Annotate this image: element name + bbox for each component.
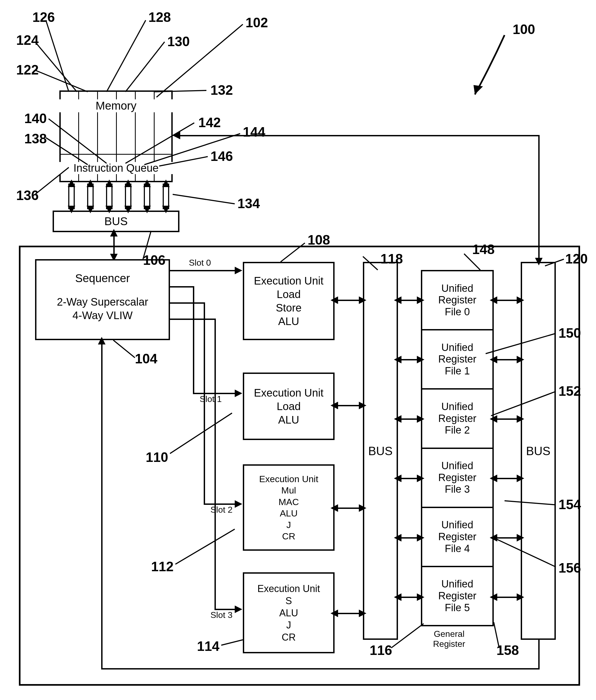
svg-line-13 — [46, 20, 69, 92]
reg-file-0: UnifiedRegisterFile 0 — [422, 271, 492, 329]
slot1-label: Slot 1 — [200, 394, 222, 404]
bus-mid: BUS — [363, 262, 398, 640]
reg-file-3: UnifiedRegisterFile 3 — [422, 448, 492, 507]
ref-152: 152 — [559, 383, 581, 399]
reg-file-2: UnifiedRegisterFile 2 — [422, 388, 492, 447]
ref-100: 100 — [513, 22, 535, 37]
ref-138: 138 — [24, 131, 47, 147]
exec2-l5: CR — [282, 530, 295, 542]
sequencer-line1: 2-Way Superscalar — [57, 295, 148, 308]
ref-102: 102 — [245, 15, 268, 30]
ref-116: 116 — [370, 643, 392, 658]
slot3-label: Slot 3 — [210, 610, 233, 620]
bus-top-label: BUS — [104, 214, 128, 229]
slot2-label: Slot 2 — [210, 505, 233, 515]
ref-110: 110 — [146, 449, 168, 465]
svg-line-15 — [35, 70, 88, 92]
instruction-queue-label: Instruction Queue — [59, 162, 173, 174]
svg-line-14 — [35, 42, 77, 92]
exec2-l4: J — [287, 519, 291, 531]
ref-106: 106 — [143, 252, 165, 268]
exec2-l2: MAC — [279, 496, 299, 508]
exec3-l3: J — [286, 619, 291, 631]
exec0-l3: ALU — [278, 315, 299, 328]
slot0-label: Slot 0 — [189, 258, 211, 268]
exec1-l1: Load — [277, 400, 301, 413]
ref-146: 146 — [210, 148, 233, 164]
ref-158: 158 — [496, 643, 519, 658]
exec-unit-0: Execution Unit Load Store ALU — [243, 262, 335, 340]
exec0-l1: Load — [277, 288, 301, 301]
ref-140: 140 — [24, 111, 47, 126]
ref-134: 134 — [237, 196, 260, 211]
exec2-l1: Mul — [281, 484, 296, 496]
ref-126: 126 — [32, 9, 55, 25]
ref-120: 120 — [565, 251, 588, 267]
bus-mid-label: BUS — [368, 444, 393, 458]
ref-124: 124 — [16, 32, 38, 48]
exec2-l3: ALU — [280, 507, 297, 519]
ref-132: 132 — [210, 82, 233, 98]
bus-right-label: BUS — [526, 444, 550, 458]
exec3-l2: ALU — [279, 607, 298, 619]
svg-line-17 — [126, 42, 164, 92]
ref-118: 118 — [381, 251, 403, 267]
sequencer: Sequencer 2-Way Superscalar 4-Way VLIW — [35, 259, 170, 340]
reg-file-5: UnifiedRegisterFile 5 — [422, 566, 492, 625]
general-register-label: General Register — [433, 629, 465, 649]
memory-title: Memory — [59, 99, 173, 112]
ref-122: 122 — [16, 62, 38, 78]
svg-marker-0 — [473, 85, 483, 95]
ref-156: 156 — [559, 560, 581, 576]
bus-right: BUS — [521, 262, 556, 640]
register-stack: UnifiedRegisterFile 0 UnifiedRegisterFil… — [421, 270, 494, 626]
svg-line-26 — [173, 194, 235, 204]
ref-104: 104 — [135, 351, 157, 367]
ref-150: 150 — [559, 325, 581, 341]
ref-128: 128 — [148, 9, 171, 25]
svg-line-16 — [107, 20, 146, 92]
ref-114: 114 — [197, 639, 219, 654]
ref-130: 130 — [167, 34, 190, 49]
exec3-l4: CR — [282, 631, 296, 643]
ref-148: 148 — [472, 242, 495, 257]
reg-file-4: UnifiedRegisterFile 4 — [422, 507, 492, 566]
exec-unit-2: Execution Unit Mul MAC ALU J CR — [243, 464, 335, 551]
sequencer-line2: 4-Way VLIW — [73, 308, 133, 322]
exec0-l2: Store — [276, 301, 302, 315]
ref-154: 154 — [559, 497, 581, 512]
ref-142: 142 — [198, 115, 221, 130]
exec2-title: Execution Unit — [259, 473, 318, 485]
reg-file-1: UnifiedRegisterFile 1 — [422, 329, 492, 388]
ref-144: 144 — [243, 124, 265, 140]
exec1-l2: ALU — [278, 413, 299, 427]
sequencer-title: Sequencer — [75, 271, 130, 285]
ref-112: 112 — [151, 559, 174, 574]
exec1-title: Execution Unit — [254, 386, 323, 400]
exec3-l1: S — [285, 595, 292, 607]
exec3-title: Execution Unit — [257, 582, 320, 595]
ref-136: 136 — [16, 188, 38, 203]
exec-unit-1: Execution Unit Load ALU — [243, 373, 335, 440]
diagram-canvas: 100 Memory Instruction Queue BUS Sequenc… — [0, 0, 596, 700]
ref-108: 108 — [308, 232, 330, 248]
exec-unit-3: Execution Unit S ALU J CR — [243, 572, 335, 653]
exec0-title: Execution Unit — [254, 274, 323, 288]
